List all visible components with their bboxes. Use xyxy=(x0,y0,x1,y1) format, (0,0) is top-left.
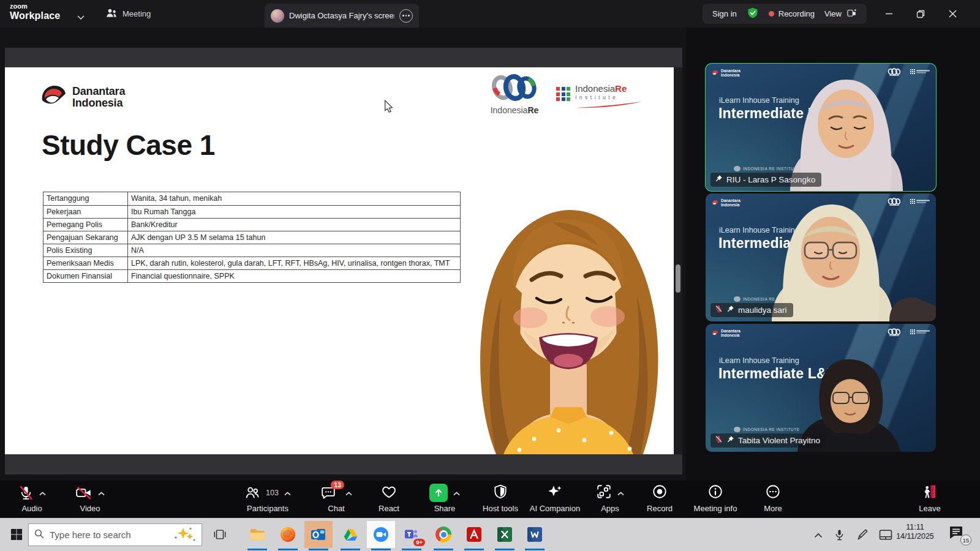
heart-icon xyxy=(380,484,398,502)
participants-icon xyxy=(244,485,260,501)
table-row: Pemeriksaan MedisLPK, darah rutin, koles… xyxy=(43,257,460,269)
table-row: Polis ExistingN/A xyxy=(43,244,460,257)
danantara-logo: Danantara Indonesia xyxy=(40,84,125,110)
taskbar-file-explorer[interactable] xyxy=(243,521,271,548)
woman-illustration xyxy=(461,187,674,454)
leave-door-icon xyxy=(922,484,938,502)
view-button[interactable]: View xyxy=(824,7,857,20)
taskbar-word[interactable] xyxy=(521,521,549,548)
chevron-up-icon[interactable] xyxy=(98,487,105,498)
notification-center-button[interactable]: 15 xyxy=(948,525,969,544)
start-button[interactable] xyxy=(5,522,28,547)
search-icon xyxy=(34,528,45,542)
sign-in-button[interactable]: Sign in xyxy=(712,9,737,18)
taskbar-acrobat[interactable] xyxy=(460,521,488,548)
host-tools-button[interactable]: Host tools xyxy=(473,483,528,516)
apps-button[interactable]: Apps xyxy=(582,483,638,516)
meeting-info-button[interactable]: Meeting info xyxy=(688,483,743,516)
presentation-slide: Danantara Indonesia IndonesiaRe xyxy=(5,67,674,454)
minimize-button[interactable] xyxy=(880,0,898,28)
titlebar-status-group: Sign in Recording View xyxy=(703,4,867,24)
tray-microphone-icon[interactable] xyxy=(831,527,848,544)
chevron-up-icon[interactable] xyxy=(39,487,46,498)
video-button[interactable]: Video xyxy=(62,483,118,516)
chat-unread-badge: 13 xyxy=(331,481,344,489)
presentation-chrome-top xyxy=(5,48,682,67)
search-input[interactable] xyxy=(50,530,154,540)
apps-icon xyxy=(596,484,612,502)
institute-grid-icon xyxy=(556,87,570,111)
leave-button[interactable]: Leave xyxy=(902,483,957,516)
tab-screen-share[interactable]: Dwigita Octasya Fajry's screen xyxy=(265,4,419,28)
security-shield-icon[interactable] xyxy=(747,7,759,21)
taskbar-zoom[interactable] xyxy=(367,521,395,548)
tab-screen-share-label: Dwigita Octasya Fajry's screen xyxy=(289,11,394,20)
zoom-workplace-logo: zoom Workplace xyxy=(10,3,60,21)
participant-name-badge: RIU - Laras P Sasongko xyxy=(710,173,821,187)
taskbar-excel[interactable] xyxy=(491,521,519,548)
zoom-app-window: zoom Workplace Meeting Dwigita Octasya F… xyxy=(0,0,980,551)
titlebar: zoom Workplace Meeting Dwigita Octasya F… xyxy=(0,0,980,28)
mic-muted-icon xyxy=(715,305,723,315)
share-screen-icon xyxy=(429,484,448,502)
case-table: TertanggungWanita, 34 tahun, menikah Pek… xyxy=(43,192,461,283)
recording-dot-icon xyxy=(769,11,774,17)
windows-taskbar: 9+ 11:11 14/11/2025 xyxy=(0,518,980,551)
chevron-up-icon[interactable] xyxy=(617,487,624,498)
clock-date: 14/11/2025 xyxy=(887,532,943,541)
chevron-down-icon[interactable] xyxy=(77,11,85,22)
more-options-icon[interactable] xyxy=(399,9,413,23)
participant-video-person xyxy=(706,64,936,191)
table-row: PekerjaanIbu Rumah Tangga xyxy=(43,205,460,218)
record-button[interactable]: Record xyxy=(632,483,687,516)
taskbar-clock[interactable]: 11:11 14/11/2025 xyxy=(887,523,943,541)
tray-hidden-icons-chevron[interactable] xyxy=(810,527,827,544)
mic-muted-icon xyxy=(715,435,723,445)
audio-button[interactable]: Audio xyxy=(4,483,59,516)
chevron-up-icon[interactable] xyxy=(284,487,291,498)
tray-pen-icon[interactable] xyxy=(854,527,871,544)
table-row: TertanggungWanita, 34 tahun, menikah xyxy=(43,192,460,205)
taskbar-outlook[interactable] xyxy=(304,521,333,548)
institute-swoosh-icon xyxy=(575,102,643,109)
participant-tile[interactable]: DanantaraIndonesia iLearn Inhouse Traini… xyxy=(706,64,936,191)
chat-button[interactable]: 13 Chat xyxy=(309,483,364,516)
restore-button[interactable] xyxy=(911,0,930,28)
taskbar-chrome[interactable] xyxy=(429,521,458,548)
participants-button[interactable]: 103 Participants xyxy=(240,483,295,516)
presentation-scrollbar xyxy=(674,67,682,454)
chevron-up-icon[interactable] xyxy=(453,487,460,498)
tab-meeting[interactable]: Meeting xyxy=(105,0,151,28)
indonesiare-institute-logo: IndonesiaRe Institute xyxy=(556,83,643,111)
notification-count-badge: 15 xyxy=(960,534,971,545)
recording-indicator: Recording xyxy=(769,9,815,18)
participant-tile[interactable]: DanantaraIndonesia iLearn Inhouse Traini… xyxy=(706,193,936,321)
taskbar-search[interactable] xyxy=(28,523,202,546)
participant-name-badge: maulidya sari xyxy=(710,303,793,317)
task-view-button[interactable] xyxy=(211,526,228,543)
teams-notification-badge: 9+ xyxy=(413,539,425,546)
table-row: Pemegang PolisBank/Kreditur xyxy=(43,218,460,231)
table-row: Dokumen FinansialFinancial questionnaire… xyxy=(43,269,460,282)
participant-name-badge: Tabita Violent Prayitno xyxy=(710,433,826,448)
close-button[interactable] xyxy=(943,0,962,28)
copilot-sparkle-icon xyxy=(172,526,197,544)
ai-companion-button[interactable]: AI Companion xyxy=(527,483,582,516)
participant-tile[interactable]: DanantaraIndonesia iLearn Inhouse Traini… xyxy=(706,324,936,452)
clock-time: 11:11 xyxy=(887,523,943,532)
shared-screen-view: Danantara Indonesia IndonesiaRe xyxy=(0,28,686,481)
chat-bubble-icon: 13 xyxy=(320,485,336,501)
taskbar-firefox[interactable] xyxy=(274,521,302,548)
taskbar-teams[interactable]: 9+ xyxy=(398,521,426,548)
participant-video-person xyxy=(706,324,936,452)
mic-muted-icon xyxy=(18,485,34,501)
indonesiare-logo: IndonesiaRe xyxy=(484,73,545,115)
participants-sidebar: DanantaraIndonesia iLearn Inhouse Traini… xyxy=(686,28,980,481)
react-button[interactable]: React xyxy=(361,483,417,516)
record-circle-icon xyxy=(652,484,668,502)
more-button[interactable]: More xyxy=(745,483,801,516)
chevron-up-icon[interactable] xyxy=(345,487,352,498)
share-button[interactable]: Share xyxy=(417,483,472,516)
avatar xyxy=(271,9,284,23)
taskbar-google-drive[interactable] xyxy=(336,521,364,548)
